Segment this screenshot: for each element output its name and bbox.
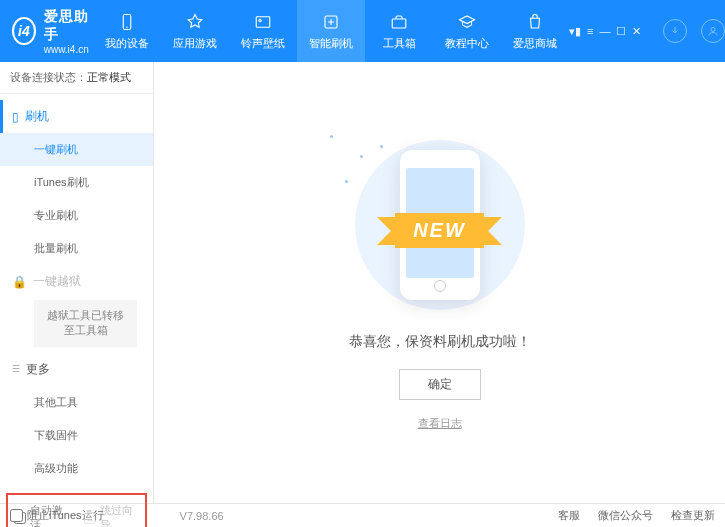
nav-toolbox[interactable]: 工具箱 xyxy=(365,0,433,62)
apps-icon xyxy=(185,12,205,32)
maximize-icon[interactable]: ☐ xyxy=(616,25,626,38)
footer-link-update[interactable]: 检查更新 xyxy=(671,508,715,523)
titlebar: i4 爱思助手 www.i4.cn 我的设备 应用游戏 铃声壁纸 智能刷机 工具… xyxy=(0,0,725,62)
app-url: www.i4.cn xyxy=(44,44,93,55)
settings-icon[interactable]: ≡ xyxy=(587,25,593,38)
nav-tutorials[interactable]: 教程中心 xyxy=(433,0,501,62)
app-name: 爱思助手 xyxy=(44,8,93,44)
top-nav: 我的设备 应用游戏 铃声壁纸 智能刷机 工具箱 教程中心 爱思商城 xyxy=(93,0,569,62)
nav-store[interactable]: 爱思商城 xyxy=(501,0,569,62)
sidebar-item-onekey-flash[interactable]: 一键刷机 xyxy=(0,133,153,166)
sidebar-item-download-fw[interactable]: 下载固件 xyxy=(0,419,153,452)
lock-icon: 🔒 xyxy=(12,275,27,289)
sidebar-item-pro-flash[interactable]: 专业刷机 xyxy=(0,199,153,232)
connection-status: 设备连接状态：正常模式 xyxy=(0,62,153,94)
skip-guide-checkbox[interactable]: 跳过向导 xyxy=(84,503,140,527)
result-message: 恭喜您，保资料刷机成功啦！ xyxy=(349,333,531,351)
nav-ringtones[interactable]: 铃声壁纸 xyxy=(229,0,297,62)
sidebar-header-more[interactable]: ☰ 更多 xyxy=(0,353,153,386)
new-ribbon: NEW xyxy=(395,213,484,248)
toolbox-icon xyxy=(389,12,409,32)
sidebar-header-jailbreak: 🔒 一键越狱 xyxy=(0,265,153,298)
app-logo: i4 爱思助手 www.i4.cn xyxy=(12,8,93,55)
version-label: V7.98.66 xyxy=(180,510,224,522)
jailbreak-note: 越狱工具已转移至工具箱 xyxy=(34,300,137,347)
sidebar-item-batch-flash[interactable]: 批量刷机 xyxy=(0,232,153,265)
nav-label: 铃声壁纸 xyxy=(241,36,285,51)
nav-label: 工具箱 xyxy=(383,36,416,51)
svg-point-6 xyxy=(711,28,715,32)
nav-label: 智能刷机 xyxy=(309,36,353,51)
nav-label: 教程中心 xyxy=(445,36,489,51)
window-controls: ▾▮ ≡ — ☐ ✕ xyxy=(569,19,725,43)
minimize-icon[interactable]: — xyxy=(599,25,610,38)
logo-icon: i4 xyxy=(12,17,36,45)
svg-rect-5 xyxy=(392,19,406,28)
nav-label: 应用游戏 xyxy=(173,36,217,51)
flash-icon xyxy=(321,12,341,32)
download-button[interactable] xyxy=(663,19,687,43)
sidebar: 设备连接状态：正常模式 ▯ 刷机 一键刷机 iTunes刷机 专业刷机 批量刷机… xyxy=(0,62,154,503)
image-icon xyxy=(253,12,273,32)
nav-apps[interactable]: 应用游戏 xyxy=(161,0,229,62)
sidebar-item-other-tools[interactable]: 其他工具 xyxy=(0,386,153,419)
sidebar-header-flash[interactable]: ▯ 刷机 xyxy=(0,100,153,133)
svg-point-3 xyxy=(259,19,261,21)
main-content: NEW 恭喜您，保资料刷机成功啦！ 确定 查看日志 xyxy=(154,62,725,503)
view-log-link[interactable]: 查看日志 xyxy=(418,416,462,431)
sidebar-item-itunes-flash[interactable]: iTunes刷机 xyxy=(0,166,153,199)
sidebar-item-advanced[interactable]: 高级功能 xyxy=(0,452,153,485)
close-icon[interactable]: ✕ xyxy=(632,25,641,38)
phone-icon xyxy=(117,12,137,32)
phone-icon: ▯ xyxy=(12,110,19,124)
menu-icon[interactable]: ▾▮ xyxy=(569,25,581,38)
footer-link-support[interactable]: 客服 xyxy=(558,508,580,523)
store-icon xyxy=(525,12,545,32)
nav-flash[interactable]: 智能刷机 xyxy=(297,0,365,62)
nav-my-device[interactable]: 我的设备 xyxy=(93,0,161,62)
ok-button[interactable]: 确定 xyxy=(399,369,481,400)
tutorial-icon xyxy=(457,12,477,32)
nav-label: 我的设备 xyxy=(105,36,149,51)
nav-label: 爱思商城 xyxy=(513,36,557,51)
svg-rect-2 xyxy=(256,16,270,27)
user-button[interactable] xyxy=(701,19,725,43)
footer-link-wechat[interactable]: 微信公众号 xyxy=(598,508,653,523)
chevron-icon: ☰ xyxy=(12,364,20,374)
success-illustration: NEW xyxy=(340,135,540,315)
